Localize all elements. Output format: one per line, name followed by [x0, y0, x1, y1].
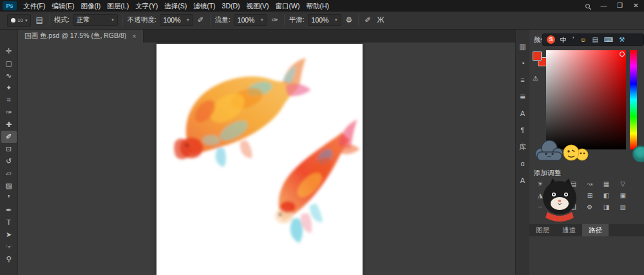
gradient-tool[interactable]: ▨ [1, 180, 17, 192]
path-selection-tool[interactable]: ➤ [1, 229, 17, 241]
airbrush-icon[interactable]: ✑ [270, 15, 279, 24]
brush-tool[interactable]: ✐ [1, 131, 17, 143]
tab-layers[interactable]: 图层 [529, 224, 556, 236]
chevron-down-icon: ▾ [335, 17, 337, 23]
healing-brush-tool[interactable]: ✚ [1, 119, 17, 131]
menu-list: 文件(F)编辑(E)图像(I)图层(L)文字(Y)选择(S)滤镜(T)3D(D)… [20, 0, 332, 12]
mode-value: 正常 [77, 15, 90, 24]
menu-item[interactable]: 编辑(E) [48, 0, 77, 12]
chevron-down-icon: ▾ [261, 17, 263, 23]
document-tab[interactable]: 国画 鱼.psd @ 17.5% (鱼, RGB/8) × [18, 30, 144, 43]
panel-icon-paragraph[interactable]: ¶ [516, 126, 529, 135]
adjustment-icon[interactable]: ⚙ [582, 202, 598, 212]
sticker-cloud [532, 139, 565, 165]
smoothing-label: 平滑: [289, 15, 305, 24]
adjustment-icon[interactable]: ▣ [614, 191, 631, 200]
paint-symmetry-icon[interactable]: Ж [375, 15, 385, 24]
move-tool[interactable]: ✛ [1, 45, 17, 57]
color-picker-cursor[interactable] [620, 52, 625, 57]
menu-item[interactable]: 帮助(H) [303, 0, 333, 12]
ime-keyboard[interactable]: ⌨ [604, 34, 613, 45]
mode-group: 模式: 正常 ▾ [50, 14, 123, 26]
adjustment-icon[interactable]: ◨ [598, 202, 615, 212]
menu-item[interactable]: 3D(D) [219, 0, 243, 12]
search-icon[interactable] [580, 0, 596, 12]
minimize-button[interactable]: — [596, 0, 612, 12]
clone-stamp-tool[interactable]: ⊡ [1, 143, 17, 155]
menu-item[interactable]: 图层(L) [104, 0, 132, 12]
ime-punctuation[interactable]: ’ [573, 34, 574, 45]
menu-item[interactable]: 文字(Y) [132, 0, 161, 12]
saturation-brightness-field[interactable] [546, 50, 626, 149]
menu-item[interactable]: 窗口(W) [272, 0, 303, 12]
brush-preset-picker[interactable]: 10 ▾ [7, 14, 31, 27]
adjustment-icon[interactable]: ⊞ [582, 191, 598, 200]
smoothing-select[interactable]: 100% ▾ [308, 14, 341, 26]
flow-label: 流量: [215, 15, 231, 24]
photoshop-logo-icon: Ps [3, 1, 17, 10]
tools-panel: ✛▢∿✦⌗✑✚✐⊡↺▱▨❜✒T➤☞⚲ [0, 30, 18, 275]
adjustment-icon[interactable]: ▦ [598, 179, 615, 189]
menu-item[interactable]: 文件(F) [20, 0, 48, 12]
opacity-select[interactable]: 100% ▾ [160, 14, 193, 26]
panel-icon-properties[interactable]: ≡ [516, 76, 529, 84]
artboard[interactable] [156, 44, 363, 275]
adjustment-icon[interactable]: ◧ [598, 191, 615, 200]
smoothing-value: 100% [312, 16, 329, 24]
adjustment-icon[interactable]: ↝ [582, 179, 598, 189]
close-button[interactable]: ✕ [628, 0, 644, 12]
adjustment-icon[interactable]: ▽ [614, 179, 631, 189]
panel-icon-character-styles[interactable]: A [516, 176, 529, 185]
panel-icon-libraries[interactable]: 库 [516, 143, 529, 151]
pen-tool[interactable]: ✒ [1, 204, 17, 216]
smoothing-group: 平滑: 100% ▾ ⚙ [285, 14, 359, 26]
menu-item[interactable]: 图像(I) [77, 0, 104, 12]
brush-settings-panel-icon[interactable]: ▤ [34, 15, 44, 24]
panel-icon-character[interactable]: A [516, 109, 529, 118]
pressure-opacity-icon[interactable]: ✐ [196, 15, 205, 24]
menu-item[interactable]: 滤镜(T) [190, 0, 218, 12]
document-title: 国画 鱼.psd @ 17.5% (鱼, RGB/8) [24, 32, 126, 41]
ime-emoji[interactable]: ☺ [580, 34, 586, 45]
sogou-logo-icon[interactable]: S [547, 35, 555, 44]
maximize-button[interactable]: ❐ [612, 0, 628, 12]
tab-paths[interactable]: 路径 [582, 224, 609, 236]
history-brush-tool[interactable]: ↺ [1, 155, 17, 167]
extras-group: ✐ Ж [359, 14, 390, 26]
eyedropper-tool[interactable]: ✑ [1, 106, 17, 119]
eraser-tool[interactable]: ▱ [1, 167, 17, 180]
gamut-warning-icon[interactable]: ⚠ [533, 75, 538, 82]
panel-icon-history[interactable]: ◔ [516, 59, 529, 68]
type-tool[interactable]: T [1, 216, 17, 229]
panel-icon-glyphs[interactable]: ɑ [516, 160, 529, 168]
flow-select[interactable]: 100% ▾ [234, 14, 267, 26]
ime-skin[interactable]: ▤ [592, 34, 598, 45]
tab-channels[interactable]: 通道 [556, 224, 582, 236]
blur-tool[interactable]: ❜ [1, 192, 17, 204]
panel-icon-info[interactable]: ≣ [516, 93, 529, 101]
collapsed-panels-strip: ▥◔≡≣A¶库ɑA [515, 30, 529, 275]
koi-painting [156, 44, 363, 275]
menu-item[interactable]: 选择(S) [161, 0, 190, 12]
foreground-color-swatch[interactable] [533, 52, 542, 61]
smoothing-options-gear-icon[interactable]: ⚙ [345, 15, 354, 24]
brush-preset-group: 10 ▾ ▤ [3, 14, 50, 26]
hue-slider[interactable] [630, 50, 637, 149]
crop-tool[interactable]: ⌗ [1, 94, 17, 106]
pressure-size-icon[interactable]: ✐ [363, 15, 372, 24]
ime-toolbox[interactable]: ⚒ [619, 34, 625, 45]
adjustment-icon[interactable]: ▥ [614, 202, 631, 212]
hand-tool[interactable]: ☞ [1, 241, 17, 253]
mode-select[interactable]: 正常 ▾ [73, 14, 118, 26]
panel-icon-actions[interactable]: ▥ [516, 43, 529, 51]
marquee-tool[interactable]: ▢ [1, 57, 17, 70]
menu-item[interactable]: 视图(V) [243, 0, 272, 12]
photoshop-window: Ps 文件(F)编辑(E)图像(I)图层(L)文字(Y)选择(S)滤镜(T)3D… [0, 0, 644, 275]
ime-mode-chinese[interactable]: 中 [560, 34, 567, 45]
quick-selection-tool[interactable]: ✦ [1, 82, 17, 94]
canvas-area[interactable] [18, 43, 515, 275]
zoom-tool[interactable]: ⚲ [1, 253, 17, 265]
ime-toolbar[interactable]: S 中’☺▤⌨⚒ [542, 33, 644, 46]
lasso-tool[interactable]: ∿ [1, 70, 17, 82]
tab-close-icon[interactable]: × [132, 32, 136, 40]
